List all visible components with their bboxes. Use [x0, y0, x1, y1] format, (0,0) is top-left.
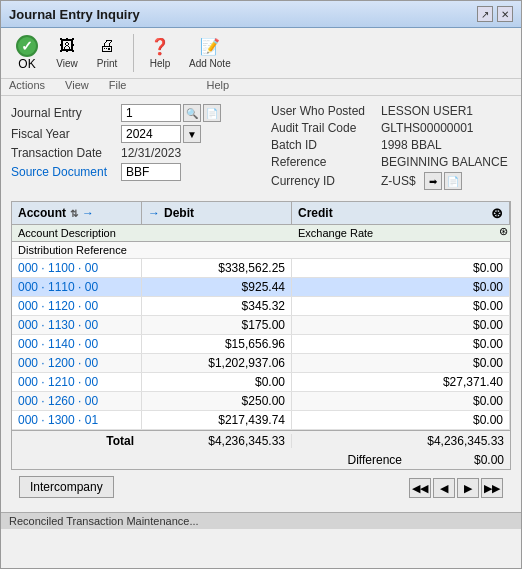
transaction-date-row: Transaction Date 12/31/2023: [11, 146, 251, 160]
toolbar-labels: Actions View File Help: [1, 79, 521, 96]
difference-label: Difference: [12, 453, 410, 467]
separator-1: [133, 34, 134, 72]
debit-cell: $0.00: [142, 373, 292, 391]
difference-value: $0.00: [410, 453, 510, 467]
ok-label: OK: [18, 57, 35, 71]
currency-doc-btn[interactable]: 📄: [444, 172, 462, 190]
add-note-icon: 📝: [199, 35, 221, 57]
journal-entry-input[interactable]: [121, 104, 181, 122]
help-label: Help: [150, 58, 171, 69]
navigation-buttons: ◀◀ ◀ ▶ ▶▶: [409, 478, 503, 498]
help-group-label: Help: [206, 79, 229, 91]
window-title: Journal Entry Inquiry: [9, 7, 140, 22]
user-posted-row: User Who Posted LESSON USER1: [271, 104, 511, 118]
reference-row: Reference BEGINNING BALANCE: [271, 155, 511, 169]
account-cell[interactable]: 000 · 1100 · 00: [12, 259, 142, 277]
form-section: Journal Entry 🔍 📄 Fiscal Year ▼ Tran: [11, 104, 511, 193]
table-row: 000 · 1130 · 00$175.00$0.00: [12, 316, 510, 335]
help-button[interactable]: ❓ Help: [142, 32, 178, 72]
audit-trail-label: Audit Trail Code: [271, 121, 381, 135]
journal-entry-label: Journal Entry: [11, 106, 121, 120]
exchange-rate-label: Exchange Rate: [292, 225, 496, 241]
file-group-label: File: [109, 79, 127, 91]
credit-cell: $0.00: [292, 354, 510, 372]
debit-cell: $338,562.25: [142, 259, 292, 277]
journal-entry-nav-btn[interactable]: 📄: [203, 104, 221, 122]
view-label: View: [56, 58, 78, 69]
nav-first-button[interactable]: ◀◀: [409, 478, 431, 498]
credit-cell: $27,371.40: [292, 373, 510, 391]
exchange-rate-header: [142, 225, 292, 241]
status-text: Reconciled Transaction Maintenance...: [9, 515, 199, 527]
credit-scroll-icon[interactable]: ⊛: [491, 205, 503, 221]
currency-arrow-btn[interactable]: ➡: [424, 172, 442, 190]
fiscal-year-label: Fiscal Year: [11, 127, 121, 141]
currency-id-row: Currency ID Z-US$ ➡ 📄: [271, 172, 511, 190]
debit-cell: $925.44: [142, 278, 292, 296]
form-right: User Who Posted LESSON USER1 Audit Trail…: [271, 104, 511, 193]
add-note-button[interactable]: 📝 Add Note: [182, 32, 238, 72]
account-cell[interactable]: 000 · 1120 · 00: [12, 297, 142, 315]
total-credit-value: $4,236,345.33: [292, 434, 510, 448]
account-cell[interactable]: 000 · 1130 · 00: [12, 316, 142, 334]
journal-entry-lookup-btn[interactable]: 🔍: [183, 104, 201, 122]
account-cell[interactable]: 000 · 1200 · 00: [12, 354, 142, 372]
form-content: Journal Entry 🔍 📄 Fiscal Year ▼ Tran: [1, 96, 521, 512]
total-row: Total $4,236,345.33 $4,236,345.33: [12, 431, 510, 451]
intercompany-button[interactable]: Intercompany: [19, 476, 114, 498]
account-cell[interactable]: 000 · 1210 · 00: [12, 373, 142, 391]
main-window: Journal Entry Inquiry ↗ ✕ ✓ OK 🖼 View 🖨 …: [0, 0, 522, 569]
debit-cell: $345.32: [142, 297, 292, 315]
table-row: 000 · 1100 · 00$338,562.25$0.00: [12, 259, 510, 278]
reference-value: BEGINNING BALANCE: [381, 155, 508, 169]
debit-cell: $217,439.74: [142, 411, 292, 429]
fiscal-year-dropdown-btn[interactable]: ▼: [183, 125, 201, 143]
credit-cell: $0.00: [292, 392, 510, 410]
ok-button[interactable]: ✓ OK: [9, 32, 45, 74]
print-label: Print: [97, 58, 118, 69]
table-row: 000 · 1110 · 00$925.44$0.00: [12, 278, 510, 297]
account-cell[interactable]: 000 · 1300 · 01: [12, 411, 142, 429]
expand-button[interactable]: ↗: [477, 6, 493, 22]
debit-cell: $175.00: [142, 316, 292, 334]
data-grid: Account ⇅ → → Debit Credit ⊛ Account Des…: [11, 201, 511, 470]
account-cell[interactable]: 000 · 1110 · 00: [12, 278, 142, 296]
view-icon: 🖼: [56, 35, 78, 57]
title-controls: ↗ ✕: [477, 6, 513, 22]
currency-id-value: Z-US$: [381, 174, 416, 188]
nav-prev-button[interactable]: ◀: [433, 478, 455, 498]
distribution-ref-header: Distribution Reference: [12, 242, 510, 259]
account-cell[interactable]: 000 · 1260 · 00: [12, 392, 142, 410]
title-bar: Journal Entry Inquiry ↗ ✕: [1, 1, 521, 28]
account-sort-icon[interactable]: ⇅: [70, 208, 78, 219]
difference-row: Difference $0.00: [12, 451, 510, 469]
close-button[interactable]: ✕: [497, 6, 513, 22]
total-label: Total: [12, 434, 142, 448]
grid-footer: Total $4,236,345.33 $4,236,345.33 Differ…: [12, 430, 510, 469]
sub-scroll-icon[interactable]: ⊛: [496, 225, 510, 241]
nav-last-button[interactable]: ▶▶: [481, 478, 503, 498]
currency-id-label: Currency ID: [271, 174, 381, 188]
table-row: 000 · 1260 · 00$250.00$0.00: [12, 392, 510, 411]
toolbar: ✓ OK 🖼 View 🖨 Print ❓ Help 📝 Add Note: [1, 28, 521, 79]
nav-next-button[interactable]: ▶: [457, 478, 479, 498]
actions-group-label: Actions: [9, 79, 45, 91]
source-document-input[interactable]: [121, 163, 181, 181]
credit-cell: $0.00: [292, 259, 510, 277]
fiscal-year-input[interactable]: [121, 125, 181, 143]
ok-icon: ✓: [16, 35, 38, 57]
account-filter-icon[interactable]: →: [82, 206, 94, 220]
table-row: 000 · 1140 · 00$15,656.96$0.00: [12, 335, 510, 354]
print-button[interactable]: 🖨 Print: [89, 32, 125, 72]
credit-cell: $0.00: [292, 411, 510, 429]
batch-id-value: 1998 BBAL: [381, 138, 442, 152]
audit-trail-row: Audit Trail Code GLTHS00000001: [271, 121, 511, 135]
source-document-label[interactable]: Source Document: [11, 165, 121, 179]
journal-entry-row: Journal Entry 🔍 📄: [11, 104, 251, 122]
debit-arrow-icon: →: [148, 206, 160, 220]
user-posted-value: LESSON USER1: [381, 104, 473, 118]
view-button[interactable]: 🖼 View: [49, 32, 85, 72]
account-header: Account ⇅ →: [12, 202, 142, 224]
grid-body: 000 · 1100 · 00$338,562.25$0.00000 · 111…: [12, 259, 510, 430]
account-cell[interactable]: 000 · 1140 · 00: [12, 335, 142, 353]
